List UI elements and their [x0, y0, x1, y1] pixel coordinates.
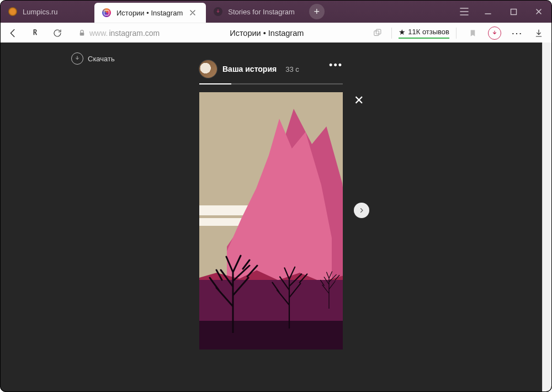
reviews-label: 11К отзывов — [408, 28, 449, 36]
story-progress-bar — [199, 83, 343, 84]
new-tab-button[interactable]: + — [309, 4, 325, 19]
window-close-button[interactable] — [526, 1, 551, 23]
svg-rect-1 — [80, 33, 84, 36]
reload-button[interactable] — [48, 25, 67, 41]
star-icon: ★ — [399, 28, 406, 36]
vertical-scrollbar[interactable] — [542, 43, 551, 391]
more-icon[interactable]: ⋯ — [507, 25, 526, 41]
downloads-icon[interactable] — [529, 25, 548, 41]
story-more-icon[interactable]: ••• — [329, 62, 343, 76]
tab-label: Истории • Instagram — [116, 9, 183, 17]
lock-icon — [78, 29, 86, 37]
page-title: Истории • Instagram — [230, 29, 304, 38]
story-image[interactable] — [199, 92, 343, 349]
window-minimize-button[interactable] — [475, 1, 501, 23]
next-story-button[interactable] — [354, 203, 369, 218]
tab-label: Lumpics.ru — [23, 8, 86, 16]
download-icon — [71, 52, 83, 65]
close-story-button[interactable]: ✕ — [354, 93, 364, 108]
window-maximize-button[interactable] — [501, 1, 526, 23]
tab-stories-for-instagram[interactable]: Stories for Instagram — [206, 1, 304, 23]
tab-lumpics[interactable]: Lumpics.ru — [1, 1, 94, 23]
story-username[interactable]: Ваша история — [222, 65, 277, 73]
close-icon[interactable] — [188, 8, 197, 17]
download-label: Скачать — [88, 55, 115, 63]
favicon-downloader — [214, 7, 222, 16]
detach-tab-icon[interactable] — [369, 25, 385, 41]
browser-toolbar: www.instagram.com Истории • Instagram ★ … — [1, 23, 551, 43]
svg-rect-2 — [374, 31, 379, 36]
address-bar[interactable]: www.instagram.com — [73, 29, 164, 38]
page-viewport: Скачать Ваша история 33 с ••• — [1, 43, 551, 391]
tab-label: Stories for Instagram — [228, 8, 295, 16]
url-subdomain: www. — [89, 29, 108, 38]
favicon-instagram — [102, 8, 111, 17]
avatar[interactable] — [199, 60, 217, 78]
tab-instagram-stories[interactable]: Истории • Instagram — [94, 3, 206, 23]
back-button[interactable] — [4, 25, 23, 41]
svg-rect-3 — [376, 29, 381, 34]
svg-rect-0 — [511, 9, 516, 14]
menu-icon[interactable] — [453, 1, 475, 23]
tab-strip: Lumpics.ru Истории • Instagram Stories f… — [1, 1, 551, 23]
story-viewer: Ваша история 33 с ••• — [199, 58, 343, 349]
yandex-home-button[interactable] — [26, 25, 45, 41]
bookmark-icon[interactable] — [463, 25, 482, 41]
story-timestamp: 33 с — [285, 65, 299, 73]
download-button[interactable]: Скачать — [71, 52, 115, 65]
download-extension-button[interactable] — [485, 25, 504, 41]
url-domain: instagram.com — [109, 29, 160, 38]
favicon-lumpics — [8, 7, 17, 16]
reviews-badge[interactable]: ★ 11К отзывов — [399, 28, 449, 39]
